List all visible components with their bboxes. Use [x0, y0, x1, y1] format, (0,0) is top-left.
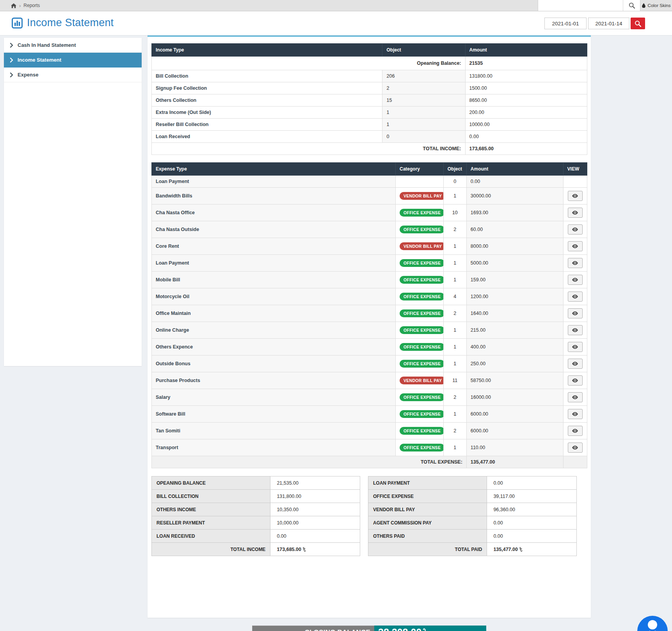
summary-value: 10,350.00: [270, 503, 360, 516]
income-table-header: Income Type Object Amount: [152, 44, 587, 57]
income-total-label: TOTAL INCOME:: [152, 143, 466, 155]
category-cell: OFFICE EXPENSE: [395, 423, 443, 439]
total-income-value: 173,685.00: [270, 543, 360, 556]
expense-table-header: Expense Type Category Object Amount VIEW: [152, 163, 587, 176]
date-search-button[interactable]: [631, 18, 645, 29]
opening-balance-label: Opeaning Balance:: [152, 57, 466, 70]
category-cell: OFFICE EXPENSE: [395, 322, 443, 339]
expense-summary-row: OTHERS PAID0.00: [368, 530, 577, 543]
sidebar-item-income-statement[interactable]: Income Statement: [4, 53, 142, 68]
eye-icon: [572, 395, 578, 399]
page-header: Income Statement: [0, 11, 672, 36]
eye-icon: [572, 429, 578, 433]
expense-summary-row: LOAN PAYMENT0.00: [368, 476, 577, 490]
object-cell: 1: [443, 322, 466, 339]
view-button[interactable]: [568, 375, 583, 386]
chevron-right-icon: [10, 58, 13, 62]
date-to-input[interactable]: [588, 18, 629, 29]
topbar-search: [538, 0, 640, 11]
amount-cell: 1640.00: [466, 305, 563, 322]
view-button[interactable]: [568, 426, 583, 436]
sidebar-item-label: Income Statement: [18, 57, 61, 63]
category-cell: VENDOR BILL PAY: [395, 238, 443, 255]
view-cell: [563, 406, 587, 423]
expense-row: Others ExpenceOFFICE EXPENSE1400.00: [152, 339, 587, 355]
expense-summary-row: OFFICE EXPENSE39,117.00: [368, 490, 577, 503]
breadcrumb-reports[interactable]: Reports: [23, 3, 40, 8]
main-panel: Income Type Object Amount Opeaning Balan…: [148, 36, 591, 618]
expense-type-cell: Loan Payment: [152, 255, 396, 272]
view-button[interactable]: [568, 443, 583, 453]
amount-cell: 60.00: [466, 221, 563, 238]
view-button[interactable]: [568, 258, 583, 268]
sidebar-item-expense[interactable]: Expense: [4, 68, 142, 82]
amount-cell: 110.00: [466, 439, 563, 456]
view-button[interactable]: [568, 342, 583, 352]
object-cell: 1: [443, 188, 466, 204]
view-button[interactable]: [568, 208, 583, 218]
object-cell: 2: [443, 389, 466, 406]
expense-summary-table: LOAN PAYMENT0.00OFFICE EXPENSE39,117.00V…: [368, 476, 577, 556]
summary-value: 0.00: [487, 530, 577, 543]
object-cell: 2: [443, 305, 466, 322]
category-badge: OFFICE EXPENSE: [400, 209, 443, 217]
amount-cell: 400.00: [466, 339, 563, 355]
view-button[interactable]: [568, 392, 583, 402]
income-row: Extra Income (Out Side)1200.00: [152, 107, 587, 119]
chat-widget-button[interactable]: [637, 616, 668, 631]
amount-cell: 10000.00: [465, 119, 587, 131]
eye-icon: [572, 412, 578, 416]
view-button[interactable]: [568, 308, 583, 318]
summary-label: OFFICE EXPENSE: [368, 490, 487, 503]
view-button[interactable]: [568, 409, 583, 419]
object-cell: 1: [382, 119, 465, 131]
view-button[interactable]: [568, 359, 583, 369]
color-skins-toggle[interactable]: Color Skins: [640, 0, 672, 11]
category-cell: OFFICE EXPENSE: [395, 272, 443, 288]
closing-balance-value: 38,208.00: [374, 626, 486, 631]
category-cell: OFFICE EXPENSE: [395, 255, 443, 272]
sidebar-item-cash-in-hand-statement[interactable]: Cash In Hand Statement: [4, 38, 142, 53]
object-cell: 2: [443, 221, 466, 238]
amount-cell: 0.00: [466, 176, 563, 188]
object-cell: 10: [443, 204, 466, 221]
expense-total-value: 135,477.00: [466, 456, 563, 468]
expense-type-cell: Loan Payment: [152, 176, 396, 188]
expense-row: Loan Payment00.00: [152, 176, 587, 188]
expense-type-cell: Purchase Products: [152, 372, 396, 389]
amount-cell: 200.00: [465, 107, 587, 119]
income-type-cell: Bill Collection: [152, 70, 382, 82]
date-from-input[interactable]: [544, 18, 587, 29]
view-cell: [563, 439, 587, 456]
expense-type-cell: Cha Nasta Office: [152, 204, 396, 221]
income-summary-table: OPEANING BALANCE21,535.00BILL COLLECTION…: [151, 476, 360, 556]
view-button[interactable]: [568, 275, 583, 285]
expense-row: Purchase ProductsVENDOR BILL PAY1158750.…: [152, 372, 587, 389]
view-cell: [563, 272, 587, 288]
color-skins-label: Color Skins: [648, 3, 671, 8]
home-icon[interactable]: [11, 3, 16, 8]
amount-cell: 6000.00: [466, 423, 563, 439]
object-cell: 206: [382, 70, 465, 82]
expense-row: Cha Nasta OfficeOFFICE EXPENSE101693.00: [152, 204, 587, 221]
eye-icon: [572, 194, 578, 198]
amount-cell: 16000.00: [466, 389, 563, 406]
opening-balance-row: Opeaning Balance: 21535: [152, 57, 587, 70]
object-cell: 4: [443, 288, 466, 305]
view-button[interactable]: [568, 224, 583, 235]
summary-label: OTHERS INCOME: [152, 503, 270, 516]
view-button[interactable]: [568, 191, 583, 201]
category-badge: OFFICE EXPENSE: [400, 410, 443, 418]
view-button[interactable]: [568, 292, 583, 302]
object-cell: 1: [443, 355, 466, 372]
view-button[interactable]: [568, 241, 583, 251]
income-summary-row: OTHERS INCOME10,350.00: [152, 503, 360, 516]
view-button[interactable]: [568, 325, 583, 335]
expense-type-cell: Bandwidth Bills: [152, 188, 396, 204]
summary-label: RESELLER PAYMENT: [152, 516, 270, 530]
expense-row: Loan PaymentOFFICE EXPENSE15000.00: [152, 255, 587, 272]
income-row: Bill Collection206131800.00: [152, 70, 587, 82]
topbar-search-button[interactable]: [623, 0, 640, 11]
expense-type-cell: Core Rent: [152, 238, 396, 255]
search-input[interactable]: [538, 0, 623, 11]
